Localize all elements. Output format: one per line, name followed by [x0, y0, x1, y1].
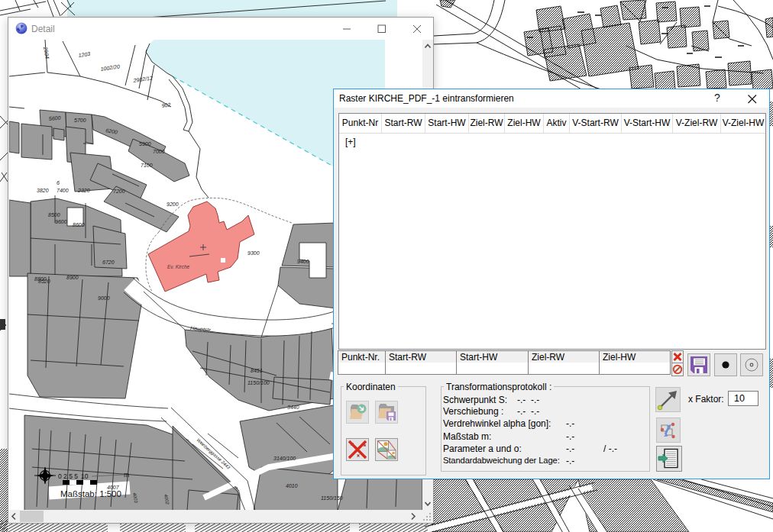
svg-text:10: 10: [81, 472, 89, 480]
svg-text:9000: 9000: [98, 295, 110, 301]
svg-text:0 2.5 5: 0 2.5 5: [58, 472, 78, 480]
svg-text:9300: 9300: [247, 250, 260, 256]
svg-text:Maßstab: 1:500: Maßstab: 1:500: [60, 489, 121, 498]
svg-text:7100: 7100: [141, 163, 153, 168]
svg-text:5900: 5900: [139, 141, 151, 147]
svg-text:9600: 9600: [55, 219, 67, 224]
svg-text:8500: 8500: [48, 212, 60, 218]
svg-text:8900: 8900: [66, 275, 79, 280]
svg-text:9200: 9200: [167, 202, 179, 207]
svg-text:m: m: [124, 471, 129, 479]
svg-text:7000: 7000: [153, 149, 165, 154]
svg-text:8800: 8800: [34, 276, 47, 282]
svg-text:6720: 6720: [102, 260, 115, 265]
svg-text:3140/100: 3140/100: [273, 456, 296, 461]
svg-text:7200: 7200: [113, 189, 125, 194]
svg-text:1150/100: 1150/100: [247, 380, 270, 385]
svg-text:7400: 7400: [57, 188, 69, 193]
svg-text:1150/150: 1150/150: [321, 495, 343, 501]
svg-text:5700: 5700: [74, 118, 86, 123]
svg-text:2320: 2320: [77, 188, 90, 193]
svg-text:3820: 3820: [37, 188, 49, 193]
svg-text:3440: 3440: [287, 405, 299, 410]
svg-text:9400: 9400: [297, 259, 309, 264]
svg-text:Ev. Kirche: Ev. Kirche: [167, 264, 190, 269]
svg-text:6: 6: [57, 180, 60, 185]
svg-text:5600: 5600: [48, 115, 60, 121]
svg-text:4010: 4010: [286, 483, 298, 488]
svg-text:8600: 8600: [73, 222, 85, 227]
svg-text:8451: 8451: [251, 368, 263, 373]
